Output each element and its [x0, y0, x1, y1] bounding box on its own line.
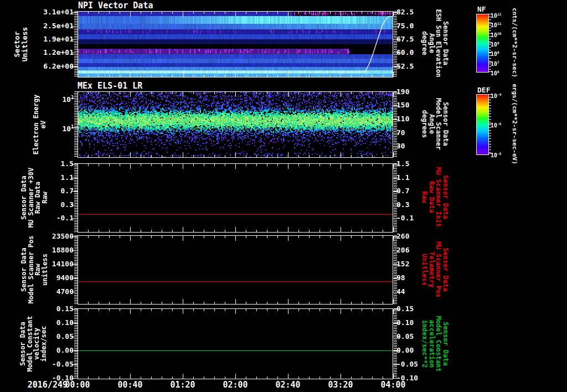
x-axis-major-tick — [235, 309, 236, 314]
y-tick-label-left: 1.9e+01 — [28, 35, 74, 43]
colorbar-tick-label: 107 — [491, 59, 499, 65]
x-axis-major-tick — [393, 92, 394, 97]
x-axis-major-tick — [341, 164, 341, 169]
x-axis-major-tick — [288, 92, 288, 97]
x-axis-major-tick — [393, 164, 394, 169]
x-axis-major-tick — [130, 72, 131, 77]
colorbar-tick-label: 1010 — [491, 30, 502, 37]
x-axis-major-tick — [235, 236, 236, 241]
x-axis-major-tick — [288, 72, 288, 77]
x-tick-label: 02:00 — [212, 380, 259, 390]
x-axis-major-tick — [341, 92, 341, 97]
y-axis-minor-ticks-left — [74, 308, 78, 379]
data-series-line-mu-scanner-raw — [78, 214, 393, 215]
x-axis-major-tick — [130, 92, 131, 97]
data-series-line-model-scanner-pos — [78, 281, 393, 282]
axis-title-right-els: Sensor Data Model Scanner Angle degrees — [421, 98, 449, 150]
x-axis-major-tick — [78, 236, 78, 241]
x-axis-major-tick — [235, 374, 236, 379]
x-axis-major-tick — [393, 227, 394, 232]
x-axis-major-tick — [341, 72, 341, 77]
panel-title-npi: NPI Vector Data — [78, 1, 153, 11]
y-tick-label-left: 1.5 — [28, 160, 74, 168]
x-axis-major-tick — [393, 374, 394, 379]
x-axis-major-tick — [393, 236, 394, 241]
colorbar-units-def: ergs/(cm**2-sr-sec-eV) — [511, 84, 518, 164]
axis-title-right-model-constant-velocity: Sensor Data Model Constant acceleration … — [421, 316, 449, 372]
colorbar-gradient-nf — [476, 14, 489, 73]
colorbar-tick-label: 1011 — [491, 20, 502, 27]
x-axis-major-tick — [78, 299, 78, 304]
colorbar-tick-label: 108 — [491, 49, 499, 55]
x-axis-major-tick — [341, 12, 341, 17]
x-axis-major-tick — [288, 164, 288, 169]
data-series-line-model-constant-velocity — [78, 350, 393, 351]
colorbar-name-nf: NF — [477, 5, 486, 13]
axis-title-right-model-scanner-pos: Sensor Data MU Scanner Pos Telemetry Uni… — [421, 241, 449, 297]
y-axis-minor-ticks-left — [74, 91, 78, 158]
x-axis-major-tick — [183, 227, 183, 232]
x-axis-major-tick — [78, 309, 78, 314]
y-axis-minor-ticks-left — [74, 163, 78, 233]
panel-title-els: MEx ELS-01 LR — [78, 81, 142, 91]
x-axis-major-tick — [78, 227, 78, 232]
axis-title-right-npi: Sensor Data ESH Sun Elevation Angle degr… — [421, 9, 449, 78]
x-axis-major-tick — [288, 152, 288, 157]
x-axis-major-tick — [393, 309, 394, 314]
plot-figure: NPI Vector Data MEx ELS-01 LR 2016/249 3… — [0, 0, 567, 392]
colorbar-gradient-def — [476, 94, 489, 155]
panel-els — [78, 91, 393, 158]
x-axis-major-tick — [288, 309, 288, 314]
x-axis-major-tick — [235, 72, 236, 77]
x-axis-major-tick — [130, 309, 131, 314]
x-tick-label: 01:20 — [159, 380, 206, 390]
colorbar-tick-label: 109 — [491, 40, 499, 46]
x-axis-major-tick — [130, 299, 131, 304]
colorbar-tick-label: 10-8 — [491, 151, 502, 157]
panel-model-scanner-pos — [78, 235, 393, 305]
y-tick-label-left: 1.2e+01 — [28, 49, 74, 56]
x-axis-major-tick — [78, 374, 78, 379]
x-axis-major-tick — [341, 299, 341, 304]
x-axis-major-tick — [183, 236, 183, 241]
x-axis-major-tick — [183, 299, 183, 304]
x-axis-major-tick — [393, 299, 394, 304]
x-axis-major-tick — [130, 227, 131, 232]
spectrogram-canvas-els — [78, 92, 393, 157]
x-axis-major-tick — [341, 152, 341, 157]
x-axis-major-tick — [130, 152, 131, 157]
x-axis-major-tick — [183, 92, 183, 97]
x-axis-major-tick — [78, 72, 78, 77]
x-axis-major-tick — [130, 164, 131, 169]
x-axis-major-tick — [183, 374, 183, 379]
panel-npi — [78, 11, 393, 78]
x-axis-major-tick — [78, 152, 78, 157]
y-tick-label-right: 0.15 — [396, 305, 431, 313]
x-axis-major-tick — [341, 236, 341, 241]
x-axis-major-tick — [183, 152, 183, 157]
colorbar-tick-label: 1012 — [491, 11, 502, 17]
x-axis-major-tick — [183, 12, 183, 17]
x-axis-major-tick — [130, 12, 131, 17]
panel-model-constant-velocity — [78, 308, 393, 379]
x-axis-major-tick — [235, 164, 236, 169]
y-axis-minor-ticks-left — [74, 235, 78, 305]
colorbar-tick-label: 106 — [491, 69, 499, 75]
x-tick-label: 00:40 — [107, 380, 153, 390]
x-axis-major-tick — [288, 236, 288, 241]
x-axis-major-tick — [183, 164, 183, 169]
y-axis-minor-ticks-left — [74, 11, 78, 78]
x-axis-major-tick — [341, 309, 341, 314]
colorbar-units-nf: cnts/(cm**2-sr-sec) — [511, 8, 518, 78]
x-axis-major-tick — [130, 236, 131, 241]
colorbar-tick-label: 10-4 — [491, 91, 502, 97]
colorbar-tick-label: 10-6 — [491, 121, 502, 127]
x-axis-major-tick — [130, 374, 131, 379]
x-tick-label: 04:00 — [370, 380, 416, 390]
x-axis-major-tick — [288, 299, 288, 304]
x-axis-major-tick — [341, 227, 341, 232]
axis-title-left-npi: Sector Unitless — [13, 27, 29, 62]
axis-title-left-model-constant-velocity: Sensor Data Model Constant velocity inde… — [19, 316, 47, 372]
x-axis-major-tick — [235, 227, 236, 232]
x-axis-major-tick — [393, 12, 394, 17]
